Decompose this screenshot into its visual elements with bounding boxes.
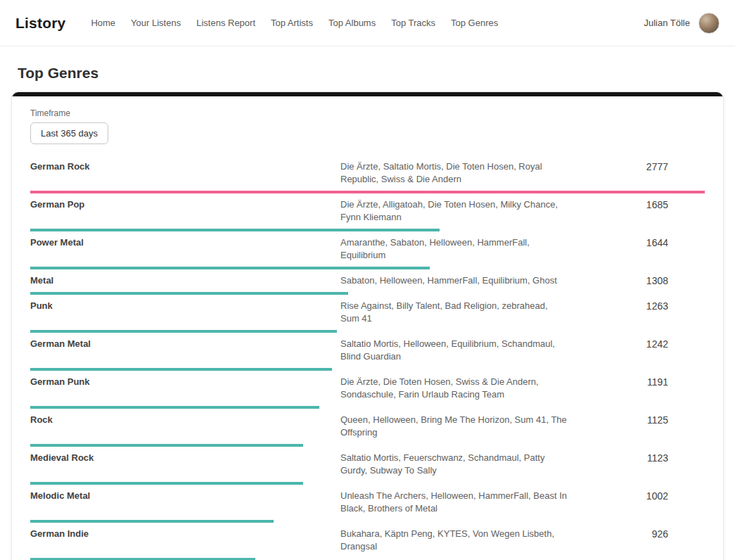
genre-listen-count: 1002 [567,490,705,502]
genre-name: German Rock [30,160,340,173]
genre-top-artists: Bukahara, Käptn Peng, KYTES, Von Wegen L… [340,528,567,553]
nav-item-top-artists[interactable]: Top Artists [271,18,313,28]
genre-name: Rock [30,414,340,426]
genre-row: German PopDie Ärzte, Alligatoah, Die Tot… [30,198,705,231]
genre-bar-fill [30,406,319,409]
genre-top-artists: Die Ärzte, Saltatio Mortis, Die Toten Ho… [340,160,567,186]
nav-item-top-tracks[interactable]: Top Tracks [391,18,435,28]
genre-row-main: Medieval RockSaltatio Mortis, Feuerschwa… [30,452,705,477]
genre-bar-track [30,330,705,333]
timeframe-label: Timeframe [30,108,705,118]
genre-name: Metal [30,274,340,287]
genre-row: Power MetalAmaranthe, Sabaton, Helloween… [30,236,705,269]
genre-top-artists: Saltatio Mortis, Feuerschwanz, Schandmau… [340,452,567,477]
genre-row-main: German PopDie Ärzte, Alligatoah, Die Tot… [30,198,705,224]
nav-item-home[interactable]: Home [91,18,115,28]
genre-listen-count: 1191 [567,376,705,388]
genre-row-main: RockQueen, Helloween, Bring Me The Horiz… [30,414,705,439]
nav-item-top-albums[interactable]: Top Albums [328,18,376,28]
genre-name: Melodic Metal [30,490,340,502]
genre-bar-fill [30,267,430,269]
genre-listen-count: 926 [567,528,705,540]
genre-listen-count: 2777 [567,160,705,173]
genre-row-main: PunkRise Against, Billy Talent, Bad Reli… [30,300,705,325]
genre-listen-count: 1263 [567,300,705,312]
genre-row: German RockDie Ärzte, Saltatio Mortis, D… [30,160,705,193]
genre-row: Melodic MetalUnleash The Archers, Hellow… [30,490,705,523]
genre-bar-track [30,482,705,485]
genre-bar-track [30,229,705,231]
genre-row: German IndieBukahara, Käptn Peng, KYTES,… [30,528,705,560]
genre-name: Punk [30,300,340,312]
genre-bar-track [30,444,705,447]
card-body: Timeframe Last 365 days German RockDie Ä… [12,96,723,560]
genre-listen-count: 1644 [567,236,705,249]
genre-name: German Pop [30,198,340,211]
genre-listen-count: 1685 [567,198,705,211]
genre-row: German MetalSaltatio Mortis, Helloween, … [30,338,705,371]
user-avatar[interactable] [698,13,720,34]
genre-name: German Metal [30,338,340,350]
genre-bar-track [30,368,705,371]
genre-top-artists: Amaranthe, Sabaton, Helloween, HammerFal… [340,236,567,262]
genre-top-artists: Unleash The Archers, Helloween, HammerFa… [340,490,567,515]
genre-row: PunkRise Against, Billy Talent, Bad Reli… [30,300,705,333]
genre-top-artists: Die Ärzte, Die Toten Hosen, Swiss & Die … [340,376,567,401]
genre-top-artists: Saltatio Mortis, Helloween, Equilibrium,… [340,338,567,363]
genre-row-main: German MetalSaltatio Mortis, Helloween, … [30,338,705,363]
nav-links: Home Your Listens Listens Report Top Art… [91,18,644,28]
genre-row-main: German PunkDie Ärzte, Die Toten Hosen, S… [30,376,705,401]
genre-top-artists: Rise Against, Billy Talent, Bad Religion… [340,300,567,325]
genre-list: German RockDie Ärzte, Saltatio Mortis, D… [30,160,705,560]
timeframe-select[interactable]: Last 365 days [30,122,108,144]
genre-name: Medieval Rock [30,452,340,464]
genre-bar-fill [30,444,303,447]
genre-row: Medieval RockSaltatio Mortis, Feuerschwa… [30,452,705,485]
genre-bar-track [30,292,705,295]
genre-bar-fill [30,482,303,485]
genre-bar-track [30,267,705,269]
genre-row-main: German IndieBukahara, Käptn Peng, KYTES,… [30,528,705,553]
genre-bar-track [30,520,705,523]
genre-listen-count: 1242 [567,338,705,350]
genre-listen-count: 1123 [567,452,705,464]
genre-row: German PunkDie Ärzte, Die Toten Hosen, S… [30,376,705,409]
genre-row: RockQueen, Helloween, Bring Me The Horiz… [30,414,705,447]
genre-row: MetalSabaton, Helloween, HammerFall, Equ… [30,274,705,295]
genre-top-artists: Die Ärzte, Alligatoah, Die Toten Hosen, … [340,198,567,224]
genre-bar-fill [30,520,274,523]
genre-row-main: Melodic MetalUnleash The Archers, Hellow… [30,490,705,515]
genre-bar-fill [30,191,705,193]
nav-item-top-genres[interactable]: Top Genres [451,18,498,28]
genre-listen-count: 1308 [567,274,705,287]
genre-row-main: German RockDie Ärzte, Saltatio Mortis, D… [30,160,705,186]
page-title: Top Genres [18,65,717,82]
nav-item-listens-report[interactable]: Listens Report [196,18,255,28]
genre-top-artists: Queen, Helloween, Bring Me The Horizon, … [340,414,567,439]
genre-bar-fill [30,229,440,231]
top-genres-card: Timeframe Last 365 days German RockDie Ä… [11,91,724,560]
nav-item-your-listens[interactable]: Your Listens [131,18,181,28]
genre-row-main: Power MetalAmaranthe, Sabaton, Helloween… [30,236,705,262]
genre-row-main: MetalSabaton, Helloween, HammerFall, Equ… [30,274,705,287]
genre-bar-track [30,406,705,409]
genre-name: Power Metal [30,236,340,249]
genre-name: German Indie [30,528,340,540]
navbar: Listory Home Your Listens Listens Report… [0,0,735,46]
genre-bar-fill [30,330,337,333]
genre-bar-fill [30,368,332,371]
navbar-user-area: Julian Tölle [644,13,720,34]
user-name[interactable]: Julian Tölle [644,18,690,28]
genre-bar-track [30,191,705,193]
genre-name: German Punk [30,376,340,388]
genre-bar-fill [30,292,348,295]
genre-top-artists: Sabaton, Helloween, HammerFall, Equilibr… [340,274,567,287]
brand-logo[interactable]: Listory [15,15,65,32]
genre-listen-count: 1125 [567,414,705,426]
